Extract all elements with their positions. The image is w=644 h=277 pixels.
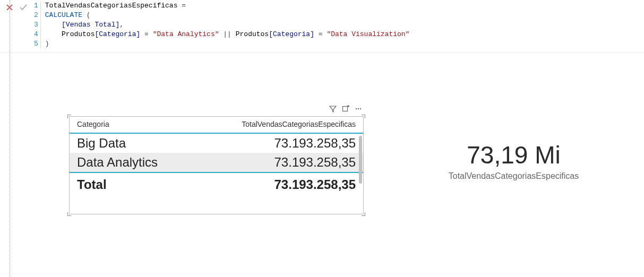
resize-handle-tr[interactable] bbox=[362, 115, 365, 118]
table-row[interactable]: Data Analytics 73.193.258,35 bbox=[70, 153, 363, 172]
svg-point-3 bbox=[360, 108, 361, 109]
dax-editor[interactable]: 1 2 3 4 5 TotalVendasCategoriasEspecific… bbox=[32, 1, 409, 52]
svg-rect-0 bbox=[343, 107, 348, 111]
filter-icon[interactable] bbox=[328, 104, 338, 114]
data-table: Categoria TotalVendasCategoriasEspecific… bbox=[70, 117, 363, 196]
scrollbar-thumb[interactable] bbox=[359, 136, 362, 184]
cell-category: Data Analytics bbox=[70, 153, 194, 172]
report-canvas[interactable]: Categoria TotalVendasCategoriasEspecific… bbox=[0, 53, 644, 277]
code-lines[interactable]: TotalVendasCategoriasEspecificas = CALCU… bbox=[41, 1, 410, 49]
table-total-row: Total 73.193.258,35 bbox=[70, 172, 363, 196]
focus-mode-icon[interactable] bbox=[341, 104, 350, 114]
cell-value: 73.193.258,35 bbox=[194, 153, 363, 172]
line-gutter: 1 2 3 4 5 bbox=[32, 1, 41, 49]
total-label: Total bbox=[70, 172, 194, 196]
formula-commit-button[interactable] bbox=[18, 2, 29, 13]
resize-handle-tl[interactable] bbox=[67, 115, 71, 118]
col-vendas-total: [Vendas Total] bbox=[62, 21, 119, 29]
col-header-total[interactable]: TotalVendasCategoriasEspecificas bbox=[194, 117, 363, 133]
fn-calculate: CALCULATE bbox=[45, 11, 82, 19]
cell-value: 73.193.258,35 bbox=[194, 133, 363, 153]
measure-name: TotalVendasCategoriasEspecificas bbox=[45, 2, 178, 10]
cell-category: Big Data bbox=[70, 133, 194, 153]
card-visual[interactable]: 73,19 Mi TotalVendasCategoriasEspecifica… bbox=[403, 140, 624, 206]
resize-handle-br[interactable] bbox=[362, 212, 365, 216]
str-data-visualization: "Data Visualization" bbox=[327, 30, 409, 38]
table-row[interactable]: Big Data 73.193.258,35 bbox=[70, 133, 363, 153]
formula-bar: 1 2 3 4 5 TotalVendasCategoriasEspecific… bbox=[0, 0, 644, 53]
table-visual[interactable]: Categoria TotalVendasCategoriasEspecific… bbox=[69, 116, 364, 214]
card-value: 73,19 Mi bbox=[404, 141, 623, 169]
col-header-categoria[interactable]: Categoria bbox=[70, 117, 194, 133]
str-data-analytics: "Data Analytics" bbox=[153, 30, 219, 38]
visual-header bbox=[328, 104, 363, 114]
card-label: TotalVendasCategoriasEspecificas bbox=[404, 171, 623, 181]
svg-point-1 bbox=[356, 108, 357, 109]
more-options-icon[interactable] bbox=[354, 104, 363, 114]
resize-handle-bl[interactable] bbox=[67, 212, 71, 216]
svg-point-2 bbox=[358, 108, 359, 109]
total-value: 73.193.258,35 bbox=[194, 172, 363, 196]
